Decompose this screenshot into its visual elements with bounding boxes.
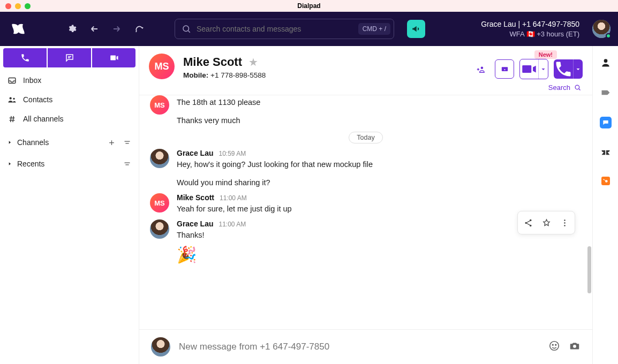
video-action-button[interactable] (92, 48, 135, 67)
voice-call-dropdown[interactable] (573, 59, 583, 79)
svg-point-17 (604, 59, 607, 63)
share-screen-button[interactable] (495, 59, 514, 79)
message-text: Hey, how's it going? Just looking for th… (177, 159, 582, 170)
caret-right-icon (7, 161, 12, 166)
more-options-button[interactable] (556, 215, 572, 231)
global-search[interactable]: CMD + / (175, 19, 394, 39)
message-sender: Mike Scott (177, 193, 214, 202)
sidebar-section-label: Recents (17, 160, 118, 168)
message-avatar[interactable] (150, 219, 169, 239)
announcements-button[interactable] (407, 20, 425, 38)
profile-name-phone: Grace Lau | +1 647-497-7850 (481, 19, 579, 29)
sidebar-item-all-channels[interactable]: All channels (0, 109, 139, 128)
sidebar-item-contacts[interactable]: Contacts (0, 90, 139, 109)
window-title: Dialpad (297, 2, 320, 10)
rail-hubspot-icon[interactable] (601, 177, 610, 185)
forward-message-button[interactable] (520, 215, 536, 231)
message-hover-toolbar (517, 211, 575, 234)
profile-info[interactable]: Grace Lau | +1 647-497-7850 WFA 🇨🇦 +3 ho… (481, 19, 579, 39)
message-sender: Grace Lau (177, 149, 213, 157)
add-contact-button[interactable] (472, 59, 489, 79)
settings-button[interactable] (63, 20, 80, 37)
profile-avatar[interactable] (592, 20, 611, 38)
emoji-picker-button[interactable] (548, 340, 560, 354)
svg-point-7 (529, 219, 531, 221)
window-titlebar: Dialpad (0, 0, 618, 12)
video-call-button[interactable] (520, 59, 538, 79)
window-minimize-button[interactable] (15, 3, 21, 9)
left-sidebar: Inbox Contacts All channels Channels Rec… (0, 46, 139, 364)
voice-call-split-button[interactable] (554, 59, 583, 79)
new-badge: New! (534, 50, 557, 59)
contact-header: MS Mike Scott ★ Mobile: +1 778-898-5588 … (139, 46, 592, 95)
app-logo[interactable] (11, 21, 26, 36)
contact-avatar[interactable]: MS (149, 54, 175, 79)
sidebar-item-label: All channels (23, 115, 64, 123)
nav-forward-button[interactable] (108, 20, 125, 37)
window-close-button[interactable] (5, 3, 11, 9)
rail-tag-icon[interactable] (600, 87, 612, 98)
presence-indicator (606, 33, 611, 39)
app-topbar: CMD + / Grace Lau | +1 647-497-7850 WFA … (0, 12, 618, 46)
svg-point-0 (183, 26, 189, 32)
message-text: The 18th at 1130 please (177, 97, 582, 108)
sidebar-section-channels[interactable]: Channels (0, 132, 139, 153)
search-input[interactable] (197, 25, 358, 33)
message-reaction[interactable]: 🎉 (177, 245, 582, 264)
rail-chat-integration-icon[interactable] (600, 117, 612, 128)
sidebar-item-label: Inbox (23, 76, 41, 85)
svg-point-10 (564, 219, 566, 221)
search-icon (182, 24, 191, 34)
contacts-icon (7, 95, 17, 104)
star-icon (542, 218, 551, 228)
search-shortcut: CMD + / (358, 23, 390, 35)
profile-status: WFA 🇨🇦 +3 hours (ET) (481, 29, 579, 39)
message-sender: Grace Lau (177, 219, 213, 228)
contact-name: Mike Scott (183, 55, 242, 69)
sidebar-item-inbox[interactable]: Inbox (0, 71, 139, 90)
plus-icon[interactable] (108, 139, 116, 147)
svg-point-2 (10, 97, 12, 99)
filter-icon[interactable] (123, 139, 131, 147)
camera-button[interactable] (569, 340, 581, 354)
kebab-icon (560, 218, 569, 228)
refresh-button[interactable] (131, 20, 148, 37)
star-message-button[interactable] (538, 215, 554, 231)
video-call-split-button[interactable] (519, 59, 548, 79)
rail-profile-icon[interactable] (600, 57, 612, 69)
message-text: Would you mind sharing it? (177, 177, 582, 188)
window-zoom-button[interactable] (25, 3, 31, 9)
svg-point-13 (550, 342, 559, 351)
svg-point-15 (555, 344, 556, 345)
message-avatar[interactable]: MS (150, 95, 169, 115)
nav-back-button[interactable] (86, 20, 103, 37)
call-action-button[interactable] (3, 48, 47, 67)
message-list[interactable]: MS The 18th at 1130 please Thanks very m… (139, 95, 592, 329)
favorite-star-icon[interactable]: ★ (248, 56, 258, 69)
composer-input[interactable] (179, 342, 540, 352)
message-avatar[interactable]: MS (150, 193, 169, 213)
composer-avatar (151, 337, 170, 357)
voice-call-button[interactable] (554, 59, 573, 79)
video-call-dropdown[interactable] (538, 59, 548, 79)
message-composer (139, 329, 592, 364)
conversation-search-button[interactable]: Search (149, 84, 583, 92)
message-avatar[interactable] (150, 149, 169, 168)
right-rail (592, 46, 618, 364)
rail-zendesk-icon[interactable] (600, 147, 612, 158)
message-time: 11:00 AM (218, 221, 246, 228)
filter-icon[interactable] (123, 160, 131, 168)
svg-point-9 (529, 224, 531, 226)
inbox-icon (7, 76, 17, 85)
svg-point-3 (13, 97, 14, 99)
svg-point-19 (603, 179, 604, 180)
sidebar-section-recents[interactable]: Recents (0, 153, 139, 175)
message-time: 10:59 AM (218, 150, 246, 157)
svg-point-12 (564, 225, 566, 226)
svg-point-16 (573, 345, 576, 348)
svg-point-11 (564, 222, 566, 224)
scrollbar-thumb[interactable] (587, 246, 591, 293)
caret-right-icon (7, 140, 12, 145)
message-action-button[interactable] (48, 48, 91, 67)
hash-icon (7, 115, 17, 124)
